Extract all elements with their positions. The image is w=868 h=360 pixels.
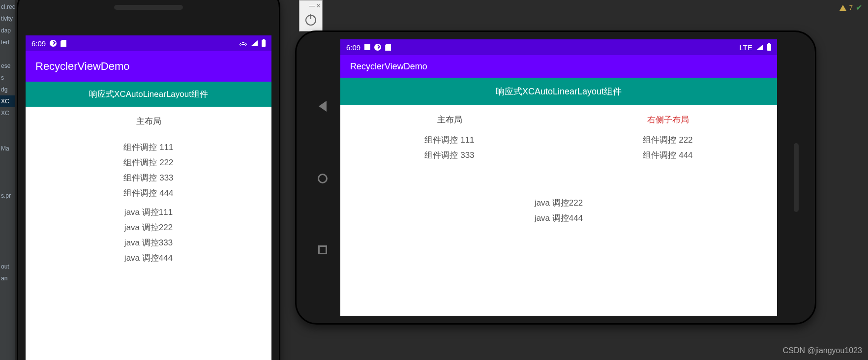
app-bar: RecyclerViewDemo	[340, 55, 777, 78]
content-area[interactable]: 主布局 组件调控 111 组件调控 333 右侧子布局 组件调控 222 组件调…	[340, 105, 777, 316]
watermark-text: CSDN @jiangyou1023	[783, 346, 862, 355]
emulator-device-landscape: 6:09 LTE RecyclerViewDemo 响应式XCAutoLinea…	[295, 30, 816, 325]
ide-sidebar-item: s.pr	[0, 190, 15, 202]
status-time: 6:09	[346, 43, 360, 52]
window-close-button[interactable]: ×	[317, 2, 320, 9]
app-title: RecyclerViewDemo	[35, 60, 130, 73]
list-item[interactable]: 组件调控 111	[424, 134, 474, 146]
emulator-toolbar	[299, 11, 322, 29]
ide-sidebar: cl.recyc tivity dap terf ese s dg XC XC …	[0, 0, 15, 360]
ide-sidebar-item-selected[interactable]: XC	[0, 95, 15, 107]
ide-sidebar-item	[0, 119, 15, 131]
ide-sidebar-item	[0, 225, 15, 237]
ide-sidebar-item: s	[0, 72, 15, 84]
ide-sidebar-item	[0, 237, 15, 249]
emulator-device-portrait: 6:09 RecyclerViewDemo 响应式XCAutoLinearLay…	[17, 0, 280, 360]
status-time: 6:09	[31, 39, 46, 48]
section-header-label: 响应式XCAutoLinearLayout组件	[496, 87, 622, 96]
content-area[interactable]: 主布局 组件调控 111 组件调控 222 组件调控 333 组件调控 444 …	[26, 107, 271, 360]
nav-recents-icon[interactable]	[318, 245, 327, 254]
warning-icon	[839, 5, 846, 11]
power-icon[interactable]	[305, 15, 316, 26]
status-sdcard-icon	[60, 40, 66, 47]
status-sdcard-icon	[385, 44, 391, 51]
app-bar: RecyclerViewDemo	[26, 51, 271, 82]
status-notification-icon	[374, 44, 381, 51]
emulator-toolbar-window: — ×	[299, 0, 323, 31]
layout-title: 主布局	[437, 114, 462, 125]
ide-warning-indicator[interactable]: 7 ✔	[839, 3, 862, 12]
window-minimize-button[interactable]: —	[309, 2, 315, 9]
ide-sidebar-item	[0, 202, 15, 213]
list-item[interactable]: 组件调控 222	[643, 134, 692, 146]
wifi-icon	[239, 40, 247, 46]
ide-sidebar-item: XC	[0, 107, 15, 119]
status-bar: 6:09 LTE	[340, 39, 777, 55]
device-speaker	[114, 5, 183, 10]
list-item[interactable]: java 调控444	[124, 252, 173, 264]
warning-count: 7	[849, 4, 853, 11]
ide-sidebar-item: cl.recyc	[0, 1, 15, 13]
device-speaker	[794, 143, 799, 212]
items-group-a: 组件调控 111 组件调控 222 组件调控 333 组件调控 444	[123, 142, 173, 199]
ide-sidebar-item: dap	[0, 25, 15, 36]
list-item[interactable]: java 调控222	[535, 197, 583, 209]
ide-sidebar-item	[0, 178, 15, 190]
lower-items-group: java 调控222 java 调控444	[340, 168, 777, 224]
nav-back-icon[interactable]	[319, 101, 327, 112]
ide-sidebar-item: terf	[0, 36, 15, 48]
list-item[interactable]: java 调控444	[535, 212, 583, 224]
ide-sidebar-item: Ma	[0, 143, 15, 154]
section-header: 响应式XCAutoLinearLayout组件	[26, 82, 271, 107]
section-header: 响应式XCAutoLinearLayout组件	[340, 78, 777, 105]
status-notification-icon	[50, 40, 57, 47]
ide-sidebar-item	[0, 48, 15, 60]
battery-icon	[767, 44, 771, 51]
window-titlebar: — ×	[299, 0, 322, 11]
ide-sidebar-item	[0, 213, 15, 225]
list-item[interactable]: 组件调控 222	[123, 157, 173, 168]
ide-sidebar-item: tivity	[0, 13, 15, 25]
list-item[interactable]: java 调控333	[124, 237, 173, 248]
signal-icon	[756, 44, 763, 50]
ide-sidebar-item: out	[0, 261, 15, 272]
signal-icon	[251, 40, 258, 46]
app-title: RecyclerViewDemo	[350, 61, 427, 72]
ide-sidebar-item	[0, 166, 15, 178]
layout-title: 主布局	[136, 116, 161, 127]
section-header-label: 响应式XCAutoLinearLayout组件	[89, 90, 208, 99]
nav-home-icon[interactable]	[318, 174, 328, 183]
items-group-b: java 调控111 java 调控222 java 调控333 java 调控…	[124, 207, 173, 264]
check-icon: ✔	[856, 3, 862, 12]
android-nav-bar	[307, 30, 338, 325]
ide-sidebar-item: ese	[0, 60, 15, 72]
list-item[interactable]: 组件调控 444	[123, 187, 173, 199]
list-item[interactable]: 组件调控 444	[643, 150, 692, 161]
layout-title: 右侧子布局	[647, 114, 689, 125]
layout-column-right: 右侧子布局 组件调控 222 组件调控 444	[559, 105, 777, 168]
battery-icon	[262, 40, 266, 47]
status-bar: 6:09	[26, 35, 271, 51]
list-item[interactable]: 组件调控 333	[424, 150, 474, 161]
status-keyboard-icon	[364, 44, 370, 50]
device-screen-portrait[interactable]: 6:09 RecyclerViewDemo 响应式XCAutoLinearLay…	[26, 35, 271, 360]
list-item[interactable]: java 调控111	[124, 207, 173, 218]
status-lte-label: LTE	[740, 43, 752, 52]
device-screen-landscape[interactable]: 6:09 LTE RecyclerViewDemo 响应式XCAutoLinea…	[340, 39, 777, 316]
layout-column-left: 主布局 组件调控 111 组件调控 333	[340, 105, 559, 168]
list-item[interactable]: 组件调控 333	[123, 172, 173, 183]
list-item[interactable]: 组件调控 111	[123, 142, 173, 153]
ide-sidebar-item: dg	[0, 84, 15, 95]
list-item[interactable]: java 调控222	[124, 222, 173, 233]
ide-sidebar-item	[0, 131, 15, 143]
ide-sidebar-item	[0, 249, 15, 261]
ide-sidebar-item	[0, 154, 15, 166]
ide-sidebar-item: an	[0, 272, 15, 284]
